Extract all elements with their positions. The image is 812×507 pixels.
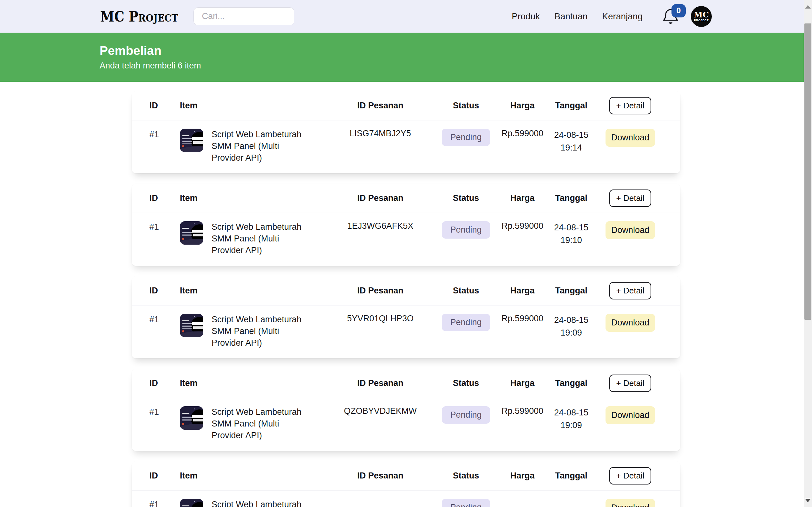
download-button[interactable]: Download <box>606 406 655 424</box>
col-header-item: Item <box>180 471 329 481</box>
col-header-tanggal: Tanggal <box>545 378 598 388</box>
col-header-id: ID <box>149 286 180 296</box>
detail-button[interactable]: + Detail <box>609 97 652 114</box>
col-header-status: Status <box>432 471 500 481</box>
scrollbar-thumb[interactable] <box>804 23 811 320</box>
scroll-up-icon <box>805 5 811 9</box>
product-title: Script Web Lambeturah SMM Panel (Multi P… <box>212 221 307 257</box>
order-date-day: 24-08-15 <box>545 406 598 419</box>
col-header-harga: Harga <box>500 286 545 296</box>
nav-link-bantuan[interactable]: Bantuan <box>554 11 588 21</box>
detail-button[interactable]: + Detail <box>609 189 652 207</box>
status-badge: Pending <box>442 129 490 146</box>
order-code: 5YVR01QLHP3O <box>329 314 432 324</box>
order-date: 24-08-15 19:10 <box>545 221 598 246</box>
order-date-time: 19:09 <box>545 326 598 339</box>
order-price: Rp.599000 <box>500 406 545 416</box>
page-title: Pembelian <box>100 44 812 58</box>
thumbnail-red-dot <box>182 238 184 240</box>
navbar-inner: MC Project Produk Bantuan Keranjang 0 MC… <box>100 6 712 27</box>
download-button[interactable]: Download <box>606 499 655 507</box>
col-header-harga: Harga <box>500 193 545 203</box>
thumbnail-text-lines <box>183 323 192 329</box>
col-header-id-pesanan: ID Pesanan <box>329 101 432 111</box>
thumbnail-red-dot <box>182 423 184 425</box>
col-header-status: Status <box>432 286 500 296</box>
order-item-cell: Script Web Lambeturah SMM Panel (Multi P… <box>180 221 329 257</box>
order-row: #1 Script Web Lambeturah SMM Panel (Mult… <box>132 213 680 266</box>
col-header-tanggal: Tanggal <box>545 471 598 481</box>
notifications-button[interactable]: 0 <box>662 7 679 26</box>
col-header-item: Item <box>180 378 329 388</box>
col-header-status: Status <box>432 101 500 111</box>
product-thumbnail <box>180 221 203 245</box>
scroll-down-button[interactable] <box>804 494 812 507</box>
status-badge: Pending <box>442 314 490 331</box>
order-table-header: ID Item ID Pesanan Status Harga Tanggal … <box>132 276 680 305</box>
col-header-item: Item <box>180 193 329 203</box>
avatar-logo-subtext: PROJECT <box>694 19 709 22</box>
order-date-time: 19:09 <box>545 419 598 432</box>
order-date: 24-08-15 19:09 <box>545 406 598 432</box>
col-header-tanggal: Tanggal <box>545 286 598 296</box>
col-header-id-pesanan: ID Pesanan <box>329 193 432 203</box>
order-price: Rp.599000 <box>500 314 545 324</box>
page-header: Pembelian Anda telah membeli 6 item <box>0 33 812 82</box>
order-code: QZOBYVDJEKMW <box>329 406 432 416</box>
detail-button[interactable]: + Detail <box>609 467 652 485</box>
download-button[interactable]: Download <box>606 314 655 332</box>
order-row-id: #1 <box>149 499 180 507</box>
page-subtitle: Anda telah membeli 6 item <box>100 61 812 71</box>
order-row: #1 Script Web Lambeturah SMM Panel (Mult… <box>132 398 680 451</box>
col-header-id-pesanan: ID Pesanan <box>329 471 432 481</box>
order-table-header: ID Item ID Pesanan Status Harga Tanggal … <box>132 369 680 398</box>
download-button[interactable]: Download <box>606 129 655 147</box>
order-card: ID Item ID Pesanan Status Harga Tanggal … <box>132 184 680 266</box>
col-header-harga: Harga <box>500 378 545 388</box>
order-price: Rp.599000 <box>500 129 545 138</box>
order-row: #1 Script Web Lambeturah SMM Panel (Mult… <box>132 305 680 358</box>
order-table-header: ID Item ID Pesanan Status Harga Tanggal … <box>132 184 680 213</box>
col-header-status: Status <box>432 193 500 203</box>
thumbnail-text-lines <box>183 138 192 144</box>
col-header-id: ID <box>149 101 180 111</box>
scroll-down-icon <box>805 499 811 502</box>
nav-link-produk[interactable]: Produk <box>512 11 540 21</box>
nav-links: Produk Bantuan Keranjang <box>512 11 643 21</box>
order-date-day: 24-08-15 <box>545 129 598 141</box>
order-price: Rp.599000 <box>500 221 545 231</box>
thumbnail-text-lines <box>183 231 192 237</box>
orders-list: ID Item ID Pesanan Status Harga Tanggal … <box>0 82 812 507</box>
product-thumbnail <box>180 406 203 430</box>
nav-link-keranjang[interactable]: Keranjang <box>602 11 643 21</box>
order-card: ID Item ID Pesanan Status Harga Tanggal … <box>132 276 680 358</box>
col-header-harga: Harga <box>500 101 545 111</box>
order-item-cell: Script Web Lambeturah SMM Panel (Multi P… <box>180 314 329 349</box>
search-input[interactable] <box>194 7 294 25</box>
order-row: #1 Script Web Lambeturah SMM Panel (Mult… <box>132 120 680 173</box>
order-code: LISG74MBJ2Y5 <box>329 129 432 138</box>
scroll-up-button[interactable] <box>804 0 812 13</box>
status-badge: Pending <box>442 221 490 239</box>
scrollbar[interactable] <box>804 0 812 507</box>
detail-button[interactable]: + Detail <box>609 375 652 392</box>
order-date: 24-08-15 19:14 <box>545 129 598 154</box>
detail-button[interactable]: + Detail <box>609 282 652 299</box>
thumbnail-red-dot <box>182 145 184 147</box>
order-card: ID Item ID Pesanan Status Harga Tanggal … <box>132 461 680 507</box>
download-button[interactable]: Download <box>606 221 655 239</box>
product-title: Script Web Lambeturah SMM Panel (Multi P… <box>212 499 307 507</box>
order-row-id: #1 <box>149 314 180 325</box>
notification-count-badge: 0 <box>671 4 686 17</box>
order-item-cell: Script Web Lambeturah SMM Panel (Multi P… <box>180 499 329 507</box>
col-header-harga: Harga <box>500 471 545 481</box>
avatar[interactable]: MC PROJECT <box>691 6 712 27</box>
brand-logo[interactable]: MC Project <box>100 8 178 25</box>
product-thumbnail <box>180 499 203 507</box>
thumbnail-red-dot <box>182 330 184 332</box>
thumbnail-logo-circle <box>191 502 203 507</box>
product-title: Script Web Lambeturah SMM Panel (Multi P… <box>212 129 307 164</box>
order-item-cell: Script Web Lambeturah SMM Panel (Multi P… <box>180 129 329 164</box>
order-code: 1EJ3WG6AFK5X <box>329 221 432 231</box>
col-header-item: Item <box>180 286 329 296</box>
